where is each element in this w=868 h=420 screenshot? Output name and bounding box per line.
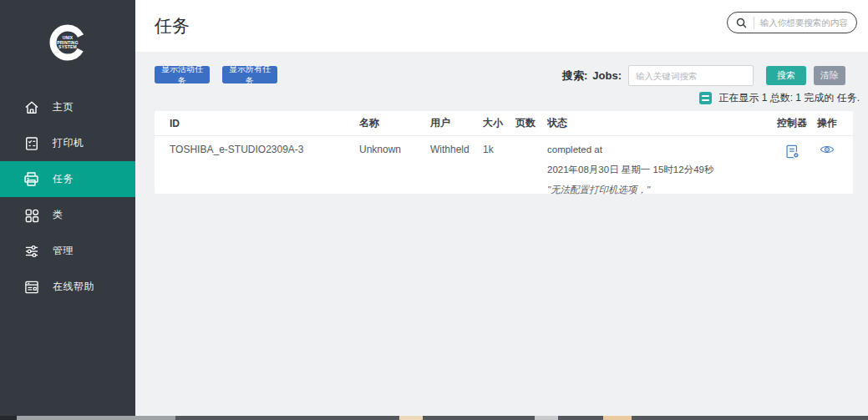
sidebar-item-label: 类 [53, 208, 63, 222]
sliders-icon [23, 242, 40, 260]
search-label: 搜索: [562, 68, 587, 83]
table-row: TOSHIBA_e-STUDIO2309A-3 Unknown Withheld… [155, 136, 853, 196]
show-active-jobs-button[interactable]: 显示活动任务 [155, 66, 210, 83]
job-pages-cell [515, 142, 547, 144]
page-header: 任务 [135, 0, 868, 52]
grid-icon [23, 206, 40, 224]
job-status-cell: completed at 2021年08月30日 星期一 15时12分49秒 "… [547, 142, 773, 196]
sidebar-item-label: 在线帮助 [53, 280, 94, 294]
home-icon [23, 99, 40, 116]
taskbar-sliver [175, 416, 868, 420]
printer-icon [23, 170, 40, 188]
checklist-icon [23, 134, 40, 152]
sidebar: UNIX PRINTING SYSTEM 主页 [0, 0, 135, 416]
column-header-name: 名称 [359, 116, 430, 130]
sidebar-item-jobs[interactable]: 任务 [0, 161, 135, 197]
search-button[interactable]: 搜索 [766, 66, 806, 85]
taskbar-sliver [603, 416, 632, 420]
cups-logo: UNIX PRINTING SYSTEM [48, 23, 87, 62]
app-window: UNIX PRINTING SYSTEM 主页 [0, 0, 868, 420]
job-size-cell: 1k [483, 142, 515, 155]
job-id-cell: TOSHIBA_e-STUDIO2309A-3 [170, 142, 359, 155]
taskbar-sliver [0, 416, 17, 420]
taskbar-sliver [17, 416, 175, 420]
window-doc-icon [23, 278, 40, 296]
sidebar-nav: 主页 打印机 [0, 89, 135, 305]
jobs-search-bar: 搜索: Jobs: 搜索 清除 [562, 65, 845, 86]
sidebar-item-label: 管理 [53, 244, 74, 258]
jobs-table-header: ID 名称 用户 大小 页数 状态 控制器 操作 [155, 111, 853, 136]
sidebar-item-administration[interactable]: 管理 [0, 233, 135, 269]
taskbar-sliver [399, 416, 423, 420]
sidebar-item-home[interactable]: 主页 [0, 89, 135, 125]
document-gear-icon[interactable] [784, 144, 800, 159]
cups-logo-text: UNIX PRINTING SYSTEM [48, 36, 87, 50]
global-search[interactable] [727, 12, 857, 33]
show-all-jobs-button[interactable]: 显示所有任务 [222, 66, 277, 83]
sidebar-item-printers[interactable]: 打印机 [0, 125, 135, 161]
jobs-table: ID 名称 用户 大小 页数 状态 控制器 操作 TOSHIBA_e-STUDI… [155, 111, 853, 194]
column-header-user: 用户 [430, 116, 483, 130]
job-status-message: "无法配置打印机选项，" [547, 184, 773, 196]
jobs-summary: 正在显示 1 总数: 1 完成的 任务. [699, 91, 860, 105]
job-actions-cell [811, 142, 843, 158]
column-header-pages: 页数 [515, 116, 547, 130]
eye-icon[interactable] [820, 144, 835, 155]
page-title: 任务 [155, 14, 190, 38]
divider [754, 17, 754, 29]
sidebar-item-online-help[interactable]: 在线帮助 [0, 269, 135, 305]
clear-button[interactable]: 清除 [814, 66, 845, 85]
job-status-state: completed at [547, 144, 773, 156]
logo-line: SYSTEM [48, 45, 87, 50]
column-header-status: 状态 [547, 116, 773, 130]
job-name-cell: Unknown [359, 142, 430, 155]
job-user-cell: Withheld [430, 142, 483, 155]
sidebar-item-label: 主页 [53, 100, 74, 114]
sidebar-item-label: 任务 [53, 172, 74, 186]
list-icon [699, 92, 712, 104]
job-controller-cell [773, 142, 811, 162]
taskbar-sliver [535, 416, 558, 420]
column-header-controller: 控制器 [773, 116, 811, 130]
global-search-input[interactable] [760, 18, 849, 28]
search-icon [735, 17, 748, 29]
jobs-summary-text: 正在显示 1 总数: 1 完成的 任务. [718, 91, 860, 105]
sidebar-item-classes[interactable]: 类 [0, 197, 135, 233]
job-status-timestamp: 2021年08月30日 星期一 15时12分49秒 [547, 164, 773, 176]
column-header-id: ID [170, 118, 359, 129]
keyword-search-input[interactable] [628, 65, 754, 86]
jobs-label: Jobs: [592, 69, 622, 82]
column-header-actions: 操作 [811, 116, 843, 130]
sidebar-item-label: 打印机 [53, 136, 84, 150]
column-header-size: 大小 [483, 116, 515, 130]
